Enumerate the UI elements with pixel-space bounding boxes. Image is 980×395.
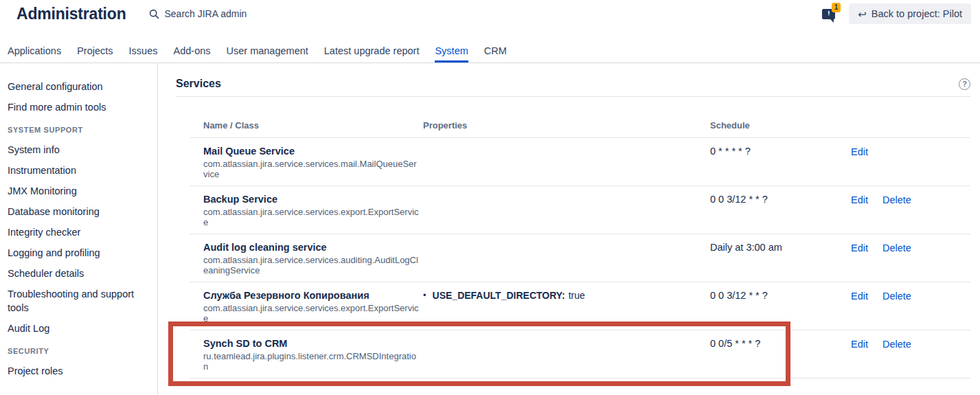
service-class: com.atlassian.jira.service.services.expo… — [203, 207, 420, 227]
edit-link[interactable]: Edit — [851, 194, 868, 205]
service-class: com.atlassian.jira.service.services.audi… — [203, 255, 420, 275]
tab-system[interactable]: System — [435, 27, 468, 63]
tab-applications[interactable]: Applications — [8, 27, 61, 63]
services-header: Services ? — [176, 77, 970, 97]
service-name-class-cell: Служба Резервного Копированияcom.atlassi… — [190, 282, 423, 330]
service-actions-cell: EditDelete — [851, 330, 970, 379]
sidebar-item-project-roles[interactable]: Project roles — [8, 364, 150, 378]
property-item: •USE_DEFAULT_DIRECTORY:true — [423, 290, 710, 301]
back-to-project-button[interactable]: ↩ Back to project: Pilot — [849, 3, 971, 24]
search-input[interactable] — [164, 8, 301, 19]
sidebar-item-jmx-monitoring[interactable]: JMX Monitoring — [8, 184, 150, 198]
delete-link[interactable]: Delete — [882, 291, 911, 302]
sidebar-item-general-configuration[interactable]: General configuration — [8, 80, 150, 93]
service-schedule: Daily at 3:00 am — [710, 234, 851, 282]
service-actions-cell: EditDelete — [851, 234, 970, 282]
section-title: Services — [176, 77, 221, 91]
sidebar-item-audit-log[interactable]: Audit Log — [8, 321, 150, 335]
service-row-служба-резервного-копирования: Служба Резервного Копированияcom.atlassi… — [190, 282, 970, 330]
edit-link[interactable]: Edit — [851, 291, 868, 302]
sidebar-item-instrumentation[interactable]: Instrumentation — [8, 163, 150, 177]
service-properties-cell — [423, 330, 710, 379]
app-header: Administration ! 1 ↩ Back to project: Pi… — [0, 0, 980, 27]
service-class: com.atlassian.jira.service.services.expo… — [203, 303, 420, 324]
bullet-icon: • — [423, 290, 426, 301]
tab-latest-upgrade-report[interactable]: Latest upgrade report — [324, 27, 420, 63]
tab-projects[interactable]: Projects — [77, 27, 113, 63]
column-header-actions — [851, 97, 970, 138]
edit-link[interactable]: Edit — [851, 339, 868, 350]
service-actions-cell: EditDelete — [851, 186, 970, 234]
column-header-name-class: Name / Class — [190, 97, 423, 138]
service-name-class-cell: Audit log cleaning servicecom.atlassian.… — [190, 234, 423, 282]
sidebar-item-system-info[interactable]: System info — [8, 143, 150, 157]
service-class: ru.teamlead.jira.plugins.listener.crm.CR… — [203, 351, 420, 372]
sidebar-heading-security: SECURITY — [8, 346, 150, 356]
service-properties-cell — [423, 186, 710, 234]
service-name: Audit log cleaning service — [203, 242, 423, 253]
column-header-properties: Properties — [423, 97, 710, 138]
service-name-class-cell: Mail Queue Servicecom.atlassian.jira.ser… — [190, 138, 423, 186]
delete-link[interactable]: Delete — [882, 194, 911, 205]
help-icon[interactable]: ? — [959, 78, 970, 90]
sidebar-item-database-monitoring[interactable]: Database monitoring — [8, 205, 150, 218]
property-key: USE_DEFAULT_DIRECTORY: — [433, 290, 565, 301]
service-schedule: 0 0 3/12 * * ? — [710, 186, 851, 234]
property-value: true — [569, 290, 585, 301]
service-properties-cell — [423, 234, 710, 282]
delete-link[interactable]: Delete — [882, 339, 911, 350]
sidebar-item-logging-and-profiling[interactable]: Logging and profiling — [8, 246, 150, 260]
jira-admin-page: Administration ! 1 ↩ Back to project: Pi… — [0, 0, 980, 395]
service-row-synch-sd-to-crm: Synch SD to CRMru.teamlead.jira.plugins.… — [190, 330, 970, 379]
table-header-row: Name / Class Properties Schedule — [190, 97, 970, 138]
service-row-mail-queue-service: Mail Queue Servicecom.atlassian.jira.ser… — [190, 138, 970, 186]
service-name: Synch SD to CRM — [203, 338, 423, 349]
search-icon — [149, 9, 159, 19]
header-right: ! 1 ↩ Back to project: Pilot — [821, 3, 971, 25]
admin-nav-tabs: ApplicationsProjectsIssuesAdd-onsUser ma… — [0, 27, 980, 63]
notification-badge: 1 — [832, 3, 841, 12]
service-properties-cell: •USE_DEFAULT_DIRECTORY:true — [423, 282, 710, 330]
back-button-label: Back to project: Pilot — [871, 8, 962, 19]
service-row-backup-service: Backup Servicecom.atlassian.jira.service… — [190, 186, 970, 234]
content-area: General configurationFind more admin too… — [0, 63, 980, 394]
service-class: com.atlassian.jira.service.services.mail… — [203, 159, 420, 179]
services-table: Name / Class Properties Schedule Mail Qu… — [190, 97, 970, 379]
service-name-class-cell: Backup Servicecom.atlassian.jira.service… — [190, 186, 423, 234]
tab-issues[interactable]: Issues — [129, 27, 158, 63]
edit-link[interactable]: Edit — [851, 242, 868, 253]
sidebar-heading-system-support: SYSTEM SUPPORT — [8, 125, 150, 135]
tab-crm[interactable]: CRM — [484, 27, 507, 63]
service-row-audit-log-cleaning-service: Audit log cleaning servicecom.atlassian.… — [190, 234, 970, 282]
return-arrow-icon: ↩ — [858, 9, 867, 19]
page-title: Administration — [16, 5, 126, 23]
service-actions-cell: Edit — [851, 138, 970, 186]
service-schedule: 0 0 3/12 * * ? — [710, 282, 851, 330]
tab-user-management[interactable]: User management — [227, 27, 308, 63]
service-properties-cell — [423, 138, 710, 186]
service-name: Mail Queue Service — [203, 146, 423, 157]
tab-add-ons[interactable]: Add-ons — [174, 27, 211, 63]
admin-search — [149, 8, 301, 19]
service-schedule: 0 * * * * ? — [710, 138, 851, 186]
service-schedule: 0 0/5 * * * ? — [710, 330, 851, 379]
sidebar: General configurationFind more admin too… — [0, 63, 158, 394]
service-actions-cell: EditDelete — [851, 282, 970, 330]
sidebar-item-scheduler-details[interactable]: Scheduler details — [8, 267, 150, 280]
column-header-schedule: Schedule — [710, 97, 851, 138]
edit-link[interactable]: Edit — [851, 146, 868, 157]
service-name: Backup Service — [203, 194, 423, 205]
main-content: Services ? Name / Class Properties Sched… — [158, 63, 980, 394]
service-name: Служба Резервного Копирования — [203, 290, 423, 301]
notification-icon[interactable]: ! 1 — [821, 3, 841, 25]
sidebar-item-find-more-admin-tools[interactable]: Find more admin tools — [8, 100, 150, 114]
delete-link[interactable]: Delete — [882, 242, 911, 253]
sidebar-item-integrity-checker[interactable]: Integrity checker — [8, 225, 150, 239]
sidebar-item-troubleshooting-and-support-tools[interactable]: Troubleshooting and support tools — [8, 287, 150, 315]
service-name-class-cell: Synch SD to CRMru.teamlead.jira.plugins.… — [190, 330, 423, 379]
